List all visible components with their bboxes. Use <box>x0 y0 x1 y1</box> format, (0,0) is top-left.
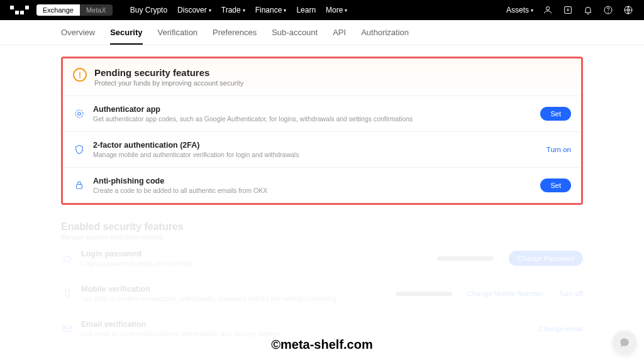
enabled-features: Enabled security features Manage account… <box>61 221 583 346</box>
chevron-down-icon: ▾ <box>284 8 286 13</box>
download-icon[interactable] <box>562 4 574 16</box>
set-authenticator-button[interactable]: Set <box>540 107 571 121</box>
tab-authorization[interactable]: Authorization <box>361 28 409 45</box>
key-icon <box>61 252 74 265</box>
svg-rect-10 <box>64 326 71 332</box>
nav-trade-label: Trade <box>221 6 241 14</box>
pending-subtitle: Protect your funds by improving account … <box>94 79 243 87</box>
feature-title: Mobile verification <box>81 285 388 293</box>
nav-discover[interactable]: Discover▾ <box>177 6 211 14</box>
help-icon[interactable] <box>602 4 614 16</box>
nav-assets-label: Assets <box>506 6 529 14</box>
change-mobile-button[interactable]: Change Mobile Number <box>467 290 543 297</box>
masked-value <box>437 256 494 261</box>
tab-security[interactable]: Security <box>110 28 142 45</box>
set-antiphishing-button[interactable]: Set <box>540 178 571 192</box>
content: ! Pending security features Protect your… <box>61 57 583 346</box>
tab-api[interactable]: API <box>333 28 346 45</box>
warning-icon: ! <box>73 68 87 82</box>
svg-point-5 <box>75 110 83 118</box>
feature-title: Login password <box>81 250 430 258</box>
svg-point-6 <box>78 112 81 116</box>
chevron-down-icon: ▾ <box>209 8 211 13</box>
chat-bubble[interactable] <box>613 331 636 354</box>
chevron-down-icon: ▾ <box>531 8 533 13</box>
nav-links: Buy Crypto Discover▾ Trade▾ Finance▾ Lea… <box>130 6 348 14</box>
svg-rect-7 <box>77 185 82 189</box>
nav-learn[interactable]: Learn <box>296 6 316 14</box>
tab-subaccount[interactable]: Sub-account <box>272 28 318 45</box>
nav-assets[interactable]: Assets▾ <box>506 6 533 14</box>
feature-desc: Login password protects account login <box>81 260 430 267</box>
pending-title: Pending security features <box>94 67 243 78</box>
globe-icon[interactable] <box>623 4 634 16</box>
nav-trade[interactable]: Trade▾ <box>221 6 245 14</box>
feature-title: Anti-phishing code <box>93 177 533 185</box>
feature-antiphishing: Anti-phishing code Create a code to be a… <box>63 168 581 203</box>
feature-desc: Manage mobile and authenticator verifica… <box>93 151 539 158</box>
phone-icon <box>61 287 74 300</box>
change-password-button[interactable]: Change Password <box>509 251 583 266</box>
authenticator-icon <box>73 107 86 120</box>
change-email-button[interactable]: Change email <box>538 325 583 332</box>
feature-desc: Get SMS to confirm transactions, withdra… <box>81 295 388 302</box>
bell-icon[interactable] <box>582 4 594 16</box>
pending-header: ! Pending security features Protect your… <box>63 58 581 96</box>
nav-buy-crypto[interactable]: Buy Crypto <box>130 6 167 14</box>
feature-title: Email verification <box>81 320 531 329</box>
feature-title: 2-factor authentication (2FA) <box>93 141 539 150</box>
feature-mobile-verification: Mobile verification Get SMS to confirm t… <box>61 276 583 311</box>
turn-off-mobile-button[interactable]: Turn off <box>558 290 583 297</box>
mode-switch: Exchange MetaX <box>36 4 113 16</box>
subnav: Overview Security Verification Preferenc… <box>0 20 644 45</box>
watermark: ©meta-shelf.com <box>271 337 372 352</box>
nav-more[interactable]: More▾ <box>326 6 347 14</box>
svg-rect-8 <box>64 257 71 261</box>
nav-finance[interactable]: Finance▾ <box>255 6 287 14</box>
svg-point-0 <box>546 7 549 10</box>
chevron-down-icon: ▾ <box>243 8 245 13</box>
user-icon[interactable] <box>542 4 553 16</box>
tab-verification[interactable]: Verification <box>158 28 198 45</box>
masked-value <box>396 292 452 296</box>
feature-desc: Create a code to be added to all authent… <box>93 187 533 194</box>
top-nav: Exchange MetaX Buy Crypto Discover▾ Trad… <box>0 0 644 20</box>
svg-rect-9 <box>65 290 69 297</box>
lock-icon <box>73 179 86 192</box>
chevron-down-icon: ▾ <box>345 8 347 13</box>
mode-exchange[interactable]: Exchange <box>36 4 80 16</box>
top-nav-right: Assets▾ <box>506 4 634 16</box>
shield-icon <box>73 143 86 156</box>
nav-more-label: More <box>326 6 343 14</box>
feature-title: Authenticator app <box>93 105 533 114</box>
nav-finance-label: Finance <box>255 6 282 14</box>
feature-desc: Get authenticator app codes, such as Goo… <box>93 115 533 123</box>
mode-metax[interactable]: MetaX <box>80 4 113 16</box>
turn-on-2fa-button[interactable]: Turn on <box>547 146 571 153</box>
svg-point-3 <box>608 12 609 13</box>
enabled-title: Enabled security features <box>61 221 583 233</box>
feature-authenticator: Authenticator app Get authenticator app … <box>63 96 581 132</box>
tab-preferences[interactable]: Preferences <box>213 28 257 45</box>
top-nav-left: Exchange MetaX Buy Crypto Discover▾ Trad… <box>10 4 347 16</box>
mail-icon <box>61 322 74 335</box>
enabled-subtitle: Manage account verification settings <box>61 234 583 241</box>
logo[interactable] <box>10 6 29 14</box>
nav-discover-label: Discover <box>177 6 207 14</box>
feature-desc: Use email to confirm transactions, withd… <box>81 330 531 337</box>
feature-login-password: Login password Login password protects a… <box>61 241 583 276</box>
tab-overview[interactable]: Overview <box>61 28 95 45</box>
pending-features-box: ! Pending security features Protect your… <box>61 57 583 205</box>
feature-2fa: 2-factor authentication (2FA) Manage mob… <box>63 132 581 168</box>
